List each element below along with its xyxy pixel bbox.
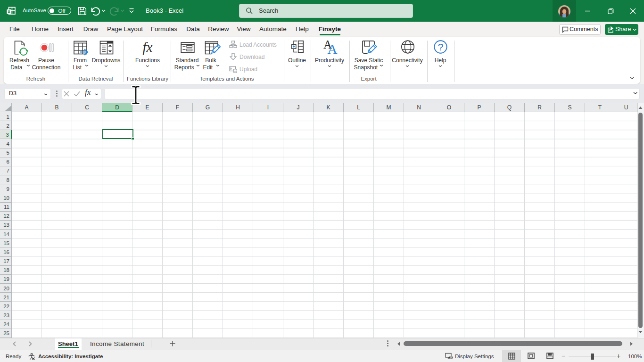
svg-text:fx: fx: [143, 40, 153, 55]
svg-text:A: A: [328, 41, 338, 56]
svg-text:?: ?: [438, 41, 444, 52]
